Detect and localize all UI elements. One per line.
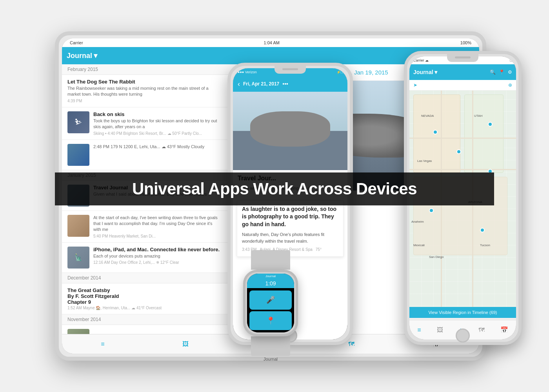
ipad-status-bar: Carrier 1:04 AM 100% (62, 38, 479, 47)
journal-title[interactable]: Journal ▾ (67, 51, 97, 60)
right-nav-icons: 🔍 📍 ⚙ (490, 69, 512, 75)
quote-temp: 75° (316, 247, 322, 252)
battery: ⚡□ (336, 70, 343, 74)
map-pin-1[interactable] (433, 130, 438, 134)
las-vegas-label: Las Vegas (417, 159, 432, 163)
carrier: ●●● Verizon (238, 70, 257, 74)
quote-body: Naturally then, Day One's photo features… (242, 231, 338, 244)
quote-card: As laughter is to a good joke, so too is… (237, 200, 344, 257)
right-carrier: Carrier ☁ (413, 58, 429, 62)
map-crosshair-icon[interactable]: ⊕ (508, 82, 512, 88)
watch-band-bottom (251, 336, 290, 356)
right-search-icon[interactable]: 🔍 (490, 69, 496, 75)
entry-thumbnail: ⛷ (67, 111, 89, 133)
list-icon[interactable]: ≡ (101, 341, 104, 348)
right-pin-icon[interactable]: 📍 (499, 69, 505, 75)
map-location-icon[interactable]: ➤ (413, 82, 417, 88)
iphone-photo (233, 92, 347, 170)
entry-body: The Rainbowseeker was taking a mid morni… (67, 85, 221, 98)
right-photo-icon[interactable]: 🖼 (437, 327, 443, 334)
back-icon[interactable]: ‹ (238, 80, 240, 88)
entry-body: Took the boys up to Brighton for ski les… (93, 118, 221, 130)
entry-thumbnail (67, 215, 89, 237)
map-icon[interactable]: 🗺 (348, 341, 354, 348)
watch-screen: Journal 1:09 🎤 📍 (247, 274, 294, 332)
more-icon[interactable]: ••• (282, 81, 288, 87)
iphone-date: Fri, Apr 21, 2017 (243, 81, 279, 87)
watch-mic-button[interactable]: 🎤 (249, 290, 292, 310)
utah-region (464, 94, 504, 173)
watch-time: 1:09 (247, 279, 294, 288)
carrier-label: Carrier (70, 40, 83, 45)
iphone-right-speaker (455, 56, 471, 58)
iphone-nav-bar: ‹ Fri, Apr 21, 2017 ••• (233, 76, 347, 92)
right-nav-title[interactable]: Journal ▾ (413, 69, 437, 75)
entry-thumbnail (67, 329, 89, 334)
pin-icon: 📍 (266, 316, 275, 325)
time-label: 1:04 AM (264, 40, 280, 45)
entry-title: Let The Dog See The Rabbit (67, 79, 221, 85)
right-list-icon[interactable]: ≡ (417, 327, 421, 334)
entry-title: iPhone, iPad, and Mac. Connected like ne… (93, 247, 221, 252)
entry-title: The Great Gatsby By F. Scott Fitzgerald … (67, 287, 221, 305)
right-battery: □ (510, 58, 512, 62)
iphone-speaker (282, 68, 298, 70)
san-diego-label: San Diego (429, 255, 444, 259)
banner: Universal Apps Work Across Devices (55, 172, 494, 205)
road-h1 (409, 138, 516, 139)
map-pin-6[interactable] (480, 228, 485, 232)
watch-body: Journal 1:09 🎤 📍 (243, 270, 298, 336)
map-pin-2[interactable] (456, 149, 461, 154)
view-region-button[interactable]: View Visible Region in Timeline (69) (409, 307, 516, 318)
right-settings-icon[interactable]: ⚙ (508, 69, 512, 75)
iphone-right-camera (447, 54, 478, 62)
right-nav-bar: Journal ▾ 🔍 📍 ⚙ (409, 64, 516, 80)
iphone-camera (274, 66, 306, 74)
anaheim-label: Anaheim (411, 220, 424, 223)
right-calendar-icon[interactable]: 📅 (500, 326, 508, 334)
watch-location-button[interactable]: 📍 (249, 311, 292, 330)
road-h2 (409, 169, 516, 170)
entry-thumbnail: 🗽 (67, 247, 89, 269)
map-pin-5[interactable] (429, 208, 434, 213)
apple-watch: Journal 1:09 🎤 📍 Journal (231, 251, 310, 353)
right-map-icon[interactable]: 🗺 (478, 327, 485, 334)
watch-label: Journal (231, 357, 310, 361)
scene: Carrier 1:04 AM 100% Journal ▾ 🔍 🔖 ✓ ⚙ (39, 20, 510, 372)
entry-meta: 5:40 PM Heavenly Market, San Di... (93, 234, 221, 238)
entry-title: Back on skis (93, 111, 221, 117)
tucson-label: Tucson (480, 243, 490, 247)
photo-icon[interactable]: 🖼 (182, 341, 189, 348)
entry-meta: 4:39 PM (67, 99, 221, 103)
dropdown-icon[interactable]: ▾ (94, 51, 97, 60)
entry-meta: Skiing • 4:40 PM Brighton Ski Resort, Br… (93, 131, 221, 136)
iphone-right-home-button[interactable] (456, 328, 470, 343)
banner-text: Universal Apps Work Across Devices (67, 180, 482, 198)
mic-icon: 🎤 (266, 296, 275, 304)
mexicali-label: Mexicali (413, 243, 425, 247)
entry-meta: 12:16 AM Day One Office 2, Lehi,... ❄ 12… (93, 260, 221, 265)
watch-status-bar: Journal (247, 274, 294, 279)
nevada-label: NEVADA (421, 114, 434, 118)
entry-meta: 1:52 AM Mayne 🏠, Herriman, Uta... ☁ 41°F… (67, 306, 221, 310)
entry-body: Each of your devices puts amazing (93, 253, 221, 259)
entry-body: At the start of each day, I've been writ… (93, 215, 221, 233)
battery-label: 100% (460, 40, 471, 45)
entry-body: 2:48 PM 179 N 1200 E, Lehi, Uta... ☁ 43°… (93, 144, 221, 150)
map-pin-4[interactable] (488, 122, 493, 127)
watch-buttons: 🎤 📍 (247, 288, 294, 332)
quote-text: As laughter is to a good joke, so too is… (242, 205, 338, 229)
entry-thumbnail (67, 144, 89, 166)
utah-label: UTAH (474, 114, 482, 118)
watch-band-top (251, 250, 290, 270)
